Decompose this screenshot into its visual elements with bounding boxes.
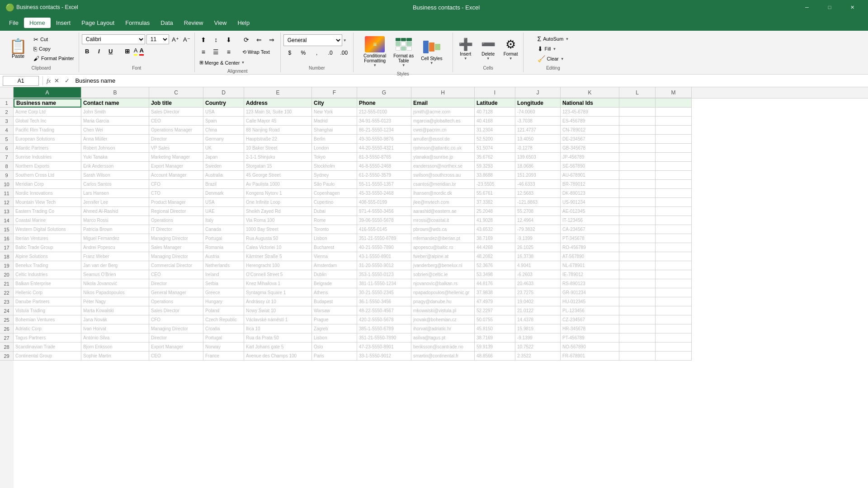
cell-27-H[interactable]: asilva@tagus.pt (411, 333, 475, 343)
cell-25-M[interactable] (656, 315, 692, 324)
cell-28-E[interactable]: Karl Johans gate 5 (244, 343, 312, 352)
text-direction-button[interactable]: ⟳ (241, 34, 252, 45)
cell-8-A[interactable]: Northern Exports (14, 162, 81, 171)
increase-decimal-button[interactable]: .00 (338, 47, 350, 58)
row-num-13[interactable]: 13 (0, 207, 14, 216)
col-header-f[interactable]: F (312, 87, 357, 98)
cell-27-M[interactable] (656, 333, 692, 343)
cell-11-C[interactable]: CTO (149, 189, 203, 198)
row-num-25[interactable]: 25 (0, 315, 14, 324)
cell-28-H[interactable]: beriksson@scantrade.no (411, 343, 475, 352)
align-center-button[interactable]: ☰ (210, 47, 222, 57)
row-num-27[interactable]: 27 (0, 333, 14, 343)
cell-24-A[interactable]: Vistula Trading (14, 306, 81, 315)
cell-12-E[interactable]: One Infinite Loop (244, 198, 312, 207)
row-num-20[interactable]: 20 (0, 270, 14, 279)
cell-20-G[interactable]: 353-1-5550-0123 (357, 270, 411, 279)
cell-2-K[interactable]: 123-45-6789 (561, 108, 619, 117)
cell-12-M[interactable] (656, 198, 692, 207)
cell-9-I[interactable]: 33.8688 (475, 171, 515, 180)
cell-17-M[interactable] (656, 243, 692, 252)
cell-7-C[interactable]: Marketing Manager (149, 153, 203, 162)
cell-20-M[interactable] (656, 270, 692, 279)
number-format-select[interactable]: General Number Currency Date (283, 34, 342, 46)
cell-29-D[interactable]: France (203, 352, 244, 361)
cell-15-B[interactable]: Patricia Brown (81, 225, 149, 234)
currency-button[interactable]: $ (283, 47, 296, 58)
cell-28-L[interactable] (619, 343, 656, 352)
cell-7-K[interactable]: JP-456789 (561, 153, 619, 162)
cell-22-F[interactable]: Athens (312, 288, 357, 297)
indent-decrease-button[interactable]: ⇐ (253, 34, 265, 45)
cell-7-I[interactable]: 35.6762 (475, 153, 515, 162)
cell-24-J[interactable]: 21.0122 (515, 306, 561, 315)
cell-1-K[interactable]: National Ids (561, 99, 619, 108)
cell-4-C[interactable]: Operations Manager (149, 126, 203, 135)
cell-21-K[interactable]: RS-890123 (561, 279, 619, 288)
row-num-7[interactable]: 7 (0, 153, 14, 162)
cell-27-D[interactable]: Portugal (203, 333, 244, 343)
cell-9-H[interactable]: swilson@southcross.au (411, 171, 475, 180)
cell-2-F[interactable]: New York (312, 108, 357, 117)
cell-21-E[interactable]: Knez Mihailova 1 (244, 279, 312, 288)
insert-button[interactable]: ➕ Insert ▼ (456, 36, 476, 62)
cell-10-M[interactable] (656, 180, 692, 189)
cell-10-J[interactable]: -46.6333 (515, 180, 561, 189)
cell-6-L[interactable] (619, 144, 656, 153)
cell-29-B[interactable]: Sophie Martin (81, 352, 149, 361)
cell-18-L[interactable] (619, 252, 656, 261)
cell-13-M[interactable] (656, 207, 692, 216)
cell-24-M[interactable] (656, 306, 692, 315)
cell-8-J[interactable]: 18.0686 (515, 162, 561, 171)
cell-10-F[interactable]: São Paulo (312, 180, 357, 189)
auto-sum-button[interactable]: Σ AutoSum ▼ (535, 34, 571, 43)
cell-25-I[interactable]: 50.0755 (475, 315, 515, 324)
cell-16-G[interactable]: 351-21-5550-6789 (357, 234, 411, 243)
cell-8-L[interactable] (619, 162, 656, 171)
cell-3-E[interactable]: Calle Mayor 45 (244, 117, 312, 126)
cell-4-B[interactable]: Chen Wei (81, 126, 149, 135)
cell-29-I[interactable]: 48.8566 (475, 352, 515, 361)
cell-14-M[interactable] (656, 216, 692, 225)
cell-2-M[interactable] (656, 108, 692, 117)
cell-8-M[interactable] (656, 162, 692, 171)
align-middle-button[interactable]: ↕ (210, 34, 222, 45)
cell-5-D[interactable]: Germany (203, 135, 244, 144)
cell-25-H[interactable]: jnovak@bohemian.cz (411, 315, 475, 324)
cell-8-E[interactable]: Storgatan 15 (244, 162, 312, 171)
cell-12-L[interactable] (619, 198, 656, 207)
cell-25-C[interactable]: CFO (149, 315, 203, 324)
cell-11-H[interactable]: lhansen@nordic.dk (411, 189, 475, 198)
cell-17-I[interactable]: 44.4268 (475, 243, 515, 252)
wrap-text-button[interactable]: ⟲Wrap Text (241, 48, 272, 56)
cell-5-C[interactable]: Director (149, 135, 203, 144)
cell-15-J[interactable]: -79.3832 (515, 225, 561, 234)
cell-22-B[interactable]: Nikos Papadopoulos (81, 288, 149, 297)
cell-5-F[interactable]: Berlin (312, 135, 357, 144)
cell-2-A[interactable]: Acme Corp Ltd (14, 108, 81, 117)
cell-15-E[interactable]: 1000 Bay Street (244, 225, 312, 234)
confirm-formula-button[interactable]: ✓ (63, 76, 71, 85)
row-num-22[interactable]: 22 (0, 288, 14, 297)
cell-26-A[interactable]: Adriatic Corp (14, 324, 81, 333)
cut-button[interactable]: ✂ Cut (32, 35, 76, 44)
cell-5-B[interactable]: Anna Müller (81, 135, 149, 144)
cell-28-A[interactable]: Scandinavian Trade (14, 343, 81, 352)
cell-14-B[interactable]: Marco Rossi (81, 216, 149, 225)
cell-19-I[interactable]: 52.3676 (475, 261, 515, 270)
cell-17-G[interactable]: 40-21-5550-7890 (357, 243, 411, 252)
cell-15-K[interactable]: CA-234567 (561, 225, 619, 234)
row-num-4[interactable]: 4 (0, 126, 14, 135)
indent-increase-button[interactable]: ⇒ (266, 34, 278, 45)
cell-23-L[interactable] (619, 297, 656, 306)
cell-18-K[interactable]: AT-567890 (561, 252, 619, 261)
decrease-font-size-button[interactable]: A⁻ (182, 34, 192, 44)
cell-12-I[interactable]: 37.3382 (475, 198, 515, 207)
cell-7-M[interactable] (656, 153, 692, 162)
cell-8-H[interactable]: eandersson@northex.se (411, 162, 475, 171)
cell-8-I[interactable]: 59.3293 (475, 162, 515, 171)
cell-17-H[interactable]: apopescu@baltic.ro (411, 243, 475, 252)
cell-17-K[interactable]: RO-456789 (561, 243, 619, 252)
cell-10-B[interactable]: Carlos Santos (81, 180, 149, 189)
cell-10-D[interactable]: Brazil (203, 180, 244, 189)
